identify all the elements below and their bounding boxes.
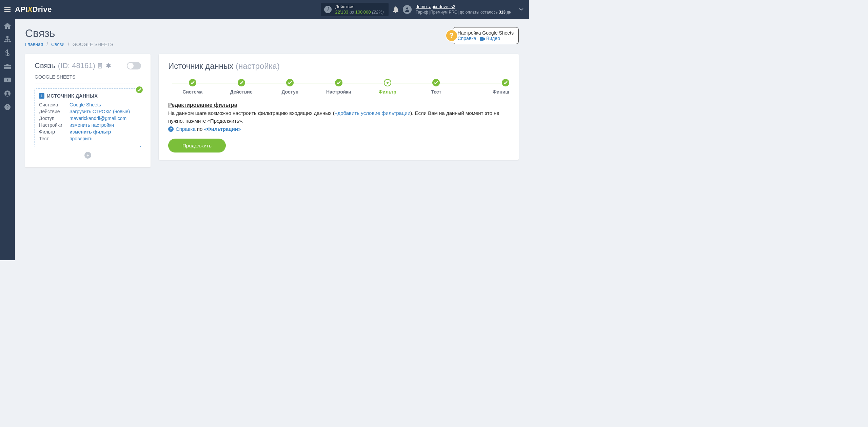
- tariff-info: Тариф |Премиум PRO| до оплаты осталось 3…: [416, 10, 511, 15]
- user-avatar[interactable]: [403, 5, 412, 14]
- svg-rect-4: [9, 41, 11, 42]
- main-panel: Источник данных (настройка) Система Дейс…: [159, 54, 519, 160]
- help-link-video[interactable]: Видео: [486, 36, 500, 41]
- step-action[interactable]: Действие: [217, 79, 266, 95]
- source-head-label: ИСТОЧНИК ДАННЫХ: [47, 93, 98, 99]
- step-settings[interactable]: Настройки: [314, 79, 363, 95]
- check-icon: [337, 81, 341, 84]
- connection-title: Связь: [35, 61, 55, 70]
- help-question-small-icon: ?: [168, 126, 174, 132]
- home-icon: [4, 23, 11, 29]
- sidebar-integrations[interactable]: [0, 60, 15, 73]
- check-icon: [288, 81, 292, 84]
- dollar-icon: [5, 49, 9, 56]
- step-finish[interactable]: Финиш: [460, 79, 509, 95]
- data-source-box: 1 ИСТОЧНИК ДАННЫХ Система Google Sheets …: [35, 88, 141, 147]
- logo-x: X: [27, 5, 33, 14]
- row-test-value[interactable]: проверить: [70, 136, 137, 141]
- svg-point-0: [406, 7, 408, 9]
- svg-rect-1: [6, 36, 8, 38]
- source-check-badge: [135, 86, 143, 94]
- chevron-down-icon: [519, 8, 524, 11]
- svg-rect-3: [6, 41, 8, 42]
- sitemap-icon: [4, 36, 11, 42]
- row-system-value[interactable]: Google Sheets: [70, 102, 137, 107]
- logo[interactable]: APIXDrive: [15, 5, 52, 14]
- row-filter-value[interactable]: изменить фильтр: [70, 129, 137, 135]
- row-settings-value[interactable]: изменить настройки: [70, 122, 137, 128]
- source-number-badge: 1: [39, 93, 44, 99]
- main-content: Связь Главная / Связи / GOOGLE SHEETS ? …: [15, 19, 529, 260]
- row-action-label: Действие: [39, 109, 70, 114]
- sidebar-billing[interactable]: [0, 46, 15, 60]
- info-icon: i: [324, 6, 332, 13]
- actions-pct: (22%): [372, 9, 384, 15]
- help-title: Настройка Google Sheets: [458, 30, 514, 36]
- help-link-docs[interactable]: Справка: [458, 36, 476, 41]
- check-icon: [239, 81, 243, 84]
- check-icon: [137, 88, 141, 92]
- filter-help-link[interactable]: Справка: [176, 126, 196, 132]
- connection-toggle[interactable]: [127, 62, 141, 69]
- row-settings-label: Настройки: [39, 122, 70, 128]
- help-box: ? Настройка Google Sheets Справка Видео: [453, 27, 519, 44]
- actions-total: 100'000: [355, 9, 371, 15]
- continue-button[interactable]: Продолжить: [168, 139, 226, 152]
- copy-button[interactable]: [98, 63, 103, 68]
- youtube-icon: [4, 78, 11, 82]
- user-menu-toggle[interactable]: [519, 8, 524, 11]
- check-icon: [434, 81, 438, 84]
- breadcrumb-current: GOOGLE SHEETS: [73, 42, 114, 47]
- user-circle-icon: [4, 90, 11, 97]
- briefcase-icon: [4, 64, 11, 69]
- svg-point-8: [6, 92, 8, 94]
- connection-id: (ID: 48161): [58, 61, 95, 70]
- page-title: Связь: [25, 27, 113, 40]
- bell-icon: [393, 6, 399, 13]
- connection-card: Связь (ID: 48161) GOOGLE SHEETS 1 ИСТОЧН…: [25, 54, 151, 167]
- connection-subtitle: GOOGLE SHEETS: [35, 74, 141, 83]
- actions-count: 22'133: [335, 9, 348, 15]
- svg-text:?: ?: [6, 105, 8, 109]
- step-system[interactable]: Система: [168, 79, 217, 95]
- video-icon: [480, 37, 485, 41]
- help-question-icon[interactable]: ?: [446, 29, 458, 42]
- filter-heading: Редактирование фильтра: [168, 102, 509, 108]
- user-block[interactable]: demo_apix-drive_s3 Тариф |Премиум PRO| д…: [416, 4, 511, 15]
- step-test[interactable]: Тест: [412, 79, 461, 95]
- actions-of: из: [350, 9, 354, 15]
- filter-description: На данном шаге возможно настроить фильтр…: [168, 109, 509, 125]
- sidebar-profile[interactable]: [0, 87, 15, 100]
- stepper: Система Действие Доступ Настройки: [168, 79, 509, 95]
- row-access-value[interactable]: maverickandrii@gmail.com: [70, 116, 137, 121]
- top-header: APIXDrive i Действия: 22'133 из 100'000 …: [0, 0, 529, 19]
- notifications-button[interactable]: [393, 6, 399, 13]
- username: demo_apix-drive_s3: [416, 4, 511, 10]
- add-filter-condition-link[interactable]: +добавить условие фильтрации: [335, 110, 411, 116]
- hamburger-icon: [4, 7, 11, 12]
- panel-title: Источник данных (настройка): [168, 61, 509, 71]
- sidebar-home[interactable]: [0, 19, 15, 33]
- row-test-label: Тест: [39, 136, 70, 141]
- sidebar-connections[interactable]: [0, 33, 15, 46]
- step-access[interactable]: Доступ: [265, 79, 314, 95]
- svg-rect-2: [4, 41, 6, 42]
- actions-counter[interactable]: i Действия: 22'133 из 100'000 (22%): [321, 3, 388, 17]
- breadcrumb-links[interactable]: Связи: [51, 42, 64, 47]
- question-circle-icon: ?: [4, 104, 11, 110]
- left-sidebar: ?: [0, 19, 15, 260]
- step-filter[interactable]: Фильтр: [363, 79, 412, 95]
- gear-icon: [105, 63, 111, 68]
- filter-help-line: ? Справка по «Фильтрации»: [168, 126, 509, 132]
- check-icon: [504, 81, 508, 84]
- add-destination-button[interactable]: +: [84, 152, 91, 159]
- sidebar-video[interactable]: [0, 73, 15, 87]
- settings-button[interactable]: [105, 63, 111, 68]
- breadcrumb-home[interactable]: Главная: [25, 42, 43, 47]
- svg-rect-5: [4, 66, 11, 67]
- row-system-label: Система: [39, 102, 70, 107]
- sidebar-help[interactable]: ?: [0, 100, 15, 114]
- user-icon: [405, 7, 410, 12]
- row-action-value[interactable]: Загрузить СТРОКИ (новые): [70, 109, 137, 114]
- menu-toggle[interactable]: [0, 0, 15, 19]
